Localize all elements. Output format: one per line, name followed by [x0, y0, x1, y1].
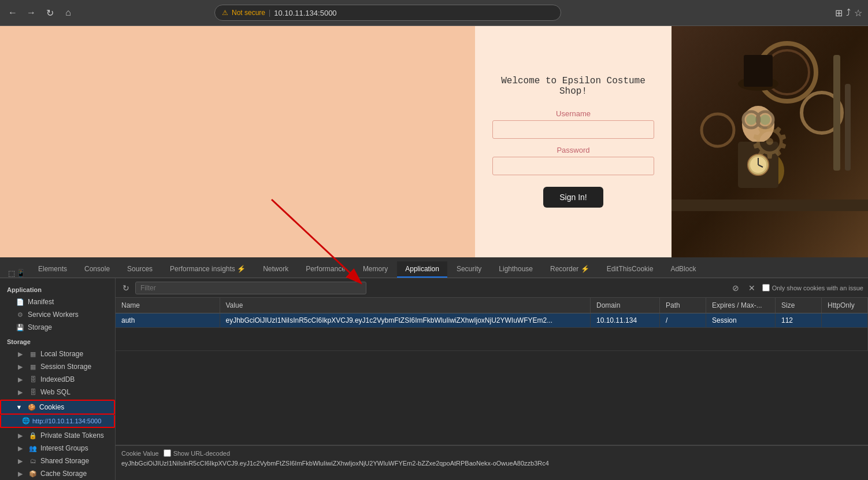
show-url-decoded-checkbox[interactable]: [164, 449, 171, 457]
col-header-domain: Domain: [591, 298, 660, 313]
sidebar-item-private-state-tokens[interactable]: ▶ 🔒 Private State Tokens: [0, 429, 115, 442]
indexeddb-icon: 🗄: [29, 376, 37, 383]
pst-expand-icon: ▶: [16, 432, 24, 440]
signin-button[interactable]: Sign In!: [543, 187, 603, 208]
forward-button[interactable]: →: [24, 6, 38, 20]
sidebar-item-interest-groups[interactable]: ▶ 👥 Interest Groups: [0, 442, 115, 455]
translate-icon[interactable]: ⊞: [835, 8, 843, 19]
sidebar-item-shared-storage[interactable]: ▶ 🗂 Shared Storage: [0, 455, 115, 467]
security-warning-text: Not secure: [232, 9, 265, 17]
cs-icon: 📦: [29, 470, 37, 478]
bookmark-icon[interactable]: ☆: [854, 8, 862, 19]
tab-network[interactable]: Network: [255, 261, 296, 278]
table-row-empty: [116, 328, 868, 351]
tab-security[interactable]: Security: [448, 261, 489, 278]
storage-section-header: Storage: [0, 334, 115, 348]
clear-cookies-button[interactable]: ⊘: [730, 282, 741, 294]
cookies-main-panel: ↻ ⊘ ✕ Only show cookies with an issue: [116, 278, 868, 480]
reload-button[interactable]: ↻: [43, 6, 57, 20]
separator: |: [269, 9, 270, 17]
col-header-value: Value: [220, 298, 591, 313]
browser-chrome: ← → ↻ ⌂ ⚠ Not secure | 10.10.11.134:5000…: [0, 0, 868, 26]
cookies-toolbar: ↻ ⊘ ✕ Only show cookies with an issue: [116, 278, 868, 298]
sidebar-item-web-sql[interactable]: ▶ 🗄 Web SQL: [0, 386, 115, 398]
chrome-toolbar-icons: ⊞ ⤴ ☆: [835, 8, 862, 19]
cursor-icon[interactable]: ⬚: [8, 269, 15, 278]
tab-console[interactable]: Console: [76, 261, 118, 278]
table-header-row: Name Value Domain Path Expires / Max-...…: [116, 298, 868, 313]
svg-rect-10: [744, 55, 773, 87]
security-warning-icon: ⚠: [222, 9, 228, 17]
tab-sources[interactable]: Sources: [119, 261, 161, 278]
web-sql-expand-icon: ▶: [16, 389, 24, 396]
username-input[interactable]: [492, 120, 654, 139]
tab-recorder[interactable]: Recorder ⚡: [542, 261, 598, 278]
password-label: Password: [492, 146, 654, 154]
tab-perf-insights[interactable]: Performance insights ⚡: [162, 261, 254, 278]
tab-performance[interactable]: Performance: [298, 261, 354, 278]
login-form-area: Welcome to Epsilon Costume Shop! Usernam…: [475, 26, 672, 257]
pst-icon: 🔒: [29, 432, 37, 440]
back-button[interactable]: ←: [6, 6, 20, 20]
service-workers-label: Service Workers: [28, 311, 79, 319]
table-row[interactable]: auth eyJhbGciOiJIUzI1NiIsInR5cCI6IkpXVCJ…: [116, 313, 868, 328]
cookie-httponly-cell: [822, 313, 868, 328]
tab-editthiscookie[interactable]: EditThisCookie: [599, 261, 662, 278]
devtools-icons[interactable]: ⬚ 📱: [5, 269, 29, 278]
cookie-value-cell: eyJhbGciOiJIUzI1NiIsInR5cCI6IkpXVCJ9.eyJ…: [220, 313, 591, 328]
storage-icon: 💾: [16, 324, 24, 331]
cookie-value-text: eyJhbGciOiJIUzI1NiIsInR5cCI6IkpXVCJ9.eyJ…: [121, 459, 862, 468]
cookies-section: ▼ 🍪 Cookies 🌐 http://10.10.11.134:5000: [0, 400, 115, 428]
sidebar-item-local-storage[interactable]: ▶ ▦ Local Storage: [0, 348, 115, 360]
password-input[interactable]: [492, 157, 654, 175]
tab-lighthouse[interactable]: Lighthouse: [491, 261, 541, 278]
sidebar-item-cache-storage[interactable]: ▶ 📦 Cache Storage: [0, 467, 115, 480]
cookies-data-table: Name Value Domain Path Expires / Max-...…: [116, 298, 868, 351]
sidebar-item-session-storage[interactable]: ▶ ▦ Session Storage: [0, 360, 115, 373]
device-icon[interactable]: 📱: [16, 269, 25, 278]
svg-rect-18: [738, 142, 778, 188]
home-button[interactable]: ⌂: [61, 6, 75, 20]
svg-line-22: [758, 165, 763, 167]
url-text[interactable]: 10.10.11.134:5000: [274, 9, 336, 17]
delete-cookie-button[interactable]: ✕: [746, 282, 758, 294]
sidebar-item-service-workers[interactable]: ⚙ Service Workers: [0, 308, 115, 321]
tab-elements[interactable]: Elements: [30, 261, 75, 278]
manifest-label: Manifest: [28, 298, 54, 306]
refresh-cookies-button[interactable]: ↻: [120, 282, 132, 294]
toolbar-right-actions: ⊘ ✕ Only show cookies with an issue: [730, 282, 863, 294]
tab-adblock[interactable]: AdBlock: [662, 261, 704, 278]
session-storage-icon: ▦: [29, 363, 37, 371]
issues-filter-checkbox[interactable]: [762, 284, 770, 291]
sidebar-item-manifest[interactable]: 📄 Manifest: [0, 296, 115, 308]
col-header-httponly: HttpOnly: [822, 298, 868, 313]
sidebar-item-cookies[interactable]: ▼ 🍪 Cookies: [0, 400, 115, 415]
svg-point-15: [760, 115, 770, 125]
devtools-panel: ⬚ 📱 Elements Console Sources Performance…: [0, 257, 868, 480]
sidebar-item-storage[interactable]: 💾 Storage: [0, 321, 115, 334]
show-url-decoded-label[interactable]: Show URL-decoded: [164, 449, 230, 457]
cookies-label: Cookies: [39, 403, 64, 411]
sidebar-item-indexeddb[interactable]: ▶ 🗄 IndexedDB: [0, 373, 115, 386]
service-workers-icon: ⚙: [16, 311, 24, 319]
issues-filter-label[interactable]: Only show cookies with an issue: [762, 284, 863, 291]
filter-input[interactable]: [135, 282, 366, 294]
web-sql-label: Web SQL: [40, 388, 71, 396]
cookie-url-icon: 🌐: [22, 417, 30, 424]
username-group: Username: [492, 109, 654, 139]
web-sql-icon: 🗄: [29, 389, 37, 396]
address-bar[interactable]: ⚠ Not secure | 10.10.11.134:5000: [214, 5, 561, 21]
ig-expand-icon: ▶: [16, 445, 24, 452]
webpage-wrapper: Welcome to Epsilon Costume Shop! Usernam…: [0, 26, 868, 257]
show-url-decoded-text: Show URL-decoded: [173, 450, 230, 457]
webpage: Welcome to Epsilon Costume Shop! Usernam…: [0, 26, 868, 257]
col-header-expires: Expires / Max-...: [706, 298, 776, 313]
cookie-table: Name Value Domain Path Expires / Max-...…: [116, 298, 868, 445]
tab-memory[interactable]: Memory: [355, 261, 396, 278]
svg-rect-7: [845, 84, 851, 171]
sidebar-item-cookie-url[interactable]: 🌐 http://10.10.11.134:5000: [0, 415, 115, 428]
tab-application[interactable]: Application: [397, 261, 447, 278]
col-header-size: Size: [776, 298, 822, 313]
share-icon[interactable]: ⤴: [846, 8, 851, 19]
indexeddb-expand-icon: ▶: [16, 376, 24, 383]
